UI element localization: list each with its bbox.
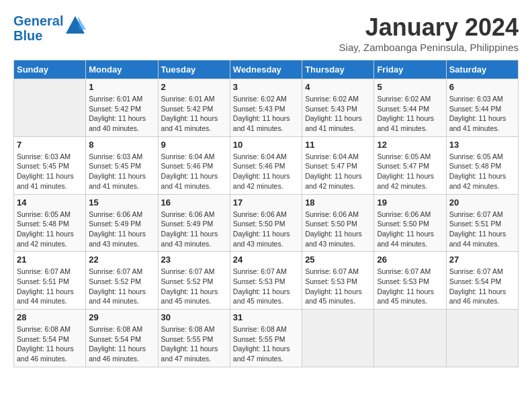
calendar-cell: 27Sunrise: 6:07 AM Sunset: 5:54 PM Dayli… (446, 252, 518, 310)
day-number: 27 (449, 255, 515, 265)
calendar-cell: 21Sunrise: 6:07 AM Sunset: 5:51 PM Dayli… (14, 252, 86, 310)
day-info: Sunrise: 6:08 AM Sunset: 5:54 PM Dayligh… (17, 324, 83, 364)
calendar-cell: 17Sunrise: 6:06 AM Sunset: 5:50 PM Dayli… (230, 194, 302, 252)
calendar-cell: 3Sunrise: 6:02 AM Sunset: 5:43 PM Daylig… (230, 79, 302, 137)
day-info: Sunrise: 6:08 AM Sunset: 5:55 PM Dayligh… (233, 324, 299, 364)
calendar-cell: 7Sunrise: 6:03 AM Sunset: 5:45 PM Daylig… (14, 136, 86, 194)
day-info: Sunrise: 6:03 AM Sunset: 5:45 PM Dayligh… (89, 152, 154, 191)
day-info: Sunrise: 6:07 AM Sunset: 5:53 PM Dayligh… (305, 267, 371, 306)
day-number: 26 (377, 255, 443, 265)
day-number: 4 (305, 82, 371, 92)
day-number: 9 (161, 140, 227, 150)
day-number: 21 (17, 255, 83, 265)
day-number: 28 (17, 312, 83, 322)
header-day-monday: Monday (86, 60, 158, 79)
day-info: Sunrise: 6:06 AM Sunset: 5:49 PM Dayligh… (161, 210, 227, 249)
month-title: January 2024 (339, 13, 519, 42)
header-day-wednesday: Wednesday (230, 60, 302, 79)
day-number: 22 (89, 255, 154, 265)
day-number: 15 (89, 197, 154, 208)
week-row-3: 14Sunrise: 6:05 AM Sunset: 5:48 PM Dayli… (14, 194, 519, 252)
day-number: 18 (305, 197, 371, 208)
day-number: 11 (305, 140, 371, 150)
day-info: Sunrise: 6:07 AM Sunset: 5:54 PM Dayligh… (449, 267, 515, 306)
location-subtitle: Siay, Zamboanga Peninsula, Philippines (339, 42, 519, 53)
calendar-table: SundayMondayTuesdayWednesdayThursdayFrid… (13, 60, 519, 367)
calendar-cell: 19Sunrise: 6:06 AM Sunset: 5:50 PM Dayli… (374, 194, 446, 252)
header-day-saturday: Saturday (446, 60, 518, 79)
day-info: Sunrise: 6:07 AM Sunset: 5:52 PM Dayligh… (89, 267, 154, 306)
day-number: 1 (89, 82, 154, 92)
calendar-cell: 31Sunrise: 6:08 AM Sunset: 5:55 PM Dayli… (230, 310, 302, 367)
calendar-cell: 13Sunrise: 6:05 AM Sunset: 5:48 PM Dayli… (446, 136, 518, 194)
page-header: General Blue January 2024 Siay, Zamboang… (13, 13, 519, 53)
day-info: Sunrise: 6:02 AM Sunset: 5:43 PM Dayligh… (305, 94, 371, 134)
calendar-cell: 25Sunrise: 6:07 AM Sunset: 5:53 PM Dayli… (302, 252, 374, 310)
day-number: 8 (89, 140, 154, 150)
calendar-cell: 20Sunrise: 6:07 AM Sunset: 5:51 PM Dayli… (446, 194, 518, 252)
day-info: Sunrise: 6:01 AM Sunset: 5:42 PM Dayligh… (89, 94, 154, 134)
day-number: 16 (161, 197, 227, 208)
week-row-1: 1Sunrise: 6:01 AM Sunset: 5:42 PM Daylig… (14, 79, 519, 137)
logo: General Blue (13, 13, 86, 43)
calendar-cell: 1Sunrise: 6:01 AM Sunset: 5:42 PM Daylig… (86, 79, 158, 137)
day-number: 2 (161, 82, 227, 92)
calendar-cell: 6Sunrise: 6:03 AM Sunset: 5:44 PM Daylig… (446, 79, 518, 137)
calendar-cell: 29Sunrise: 6:08 AM Sunset: 5:54 PM Dayli… (86, 310, 158, 367)
day-info: Sunrise: 6:04 AM Sunset: 5:46 PM Dayligh… (161, 152, 227, 191)
day-number: 24 (233, 255, 299, 265)
calendar-cell: 30Sunrise: 6:08 AM Sunset: 5:55 PM Dayli… (158, 310, 230, 367)
day-info: Sunrise: 6:06 AM Sunset: 5:50 PM Dayligh… (305, 210, 371, 249)
day-info: Sunrise: 6:06 AM Sunset: 5:50 PM Dayligh… (377, 210, 443, 249)
day-info: Sunrise: 6:02 AM Sunset: 5:44 PM Dayligh… (377, 94, 443, 134)
header-day-tuesday: Tuesday (158, 60, 230, 79)
week-row-5: 28Sunrise: 6:08 AM Sunset: 5:54 PM Dayli… (14, 310, 519, 367)
calendar-cell: 12Sunrise: 6:05 AM Sunset: 5:47 PM Dayli… (374, 136, 446, 194)
day-info: Sunrise: 6:04 AM Sunset: 5:47 PM Dayligh… (305, 152, 371, 191)
day-info: Sunrise: 6:08 AM Sunset: 5:54 PM Dayligh… (89, 324, 154, 364)
calendar-cell: 18Sunrise: 6:06 AM Sunset: 5:50 PM Dayli… (302, 194, 374, 252)
day-number: 3 (233, 82, 299, 92)
calendar-cell: 2Sunrise: 6:01 AM Sunset: 5:42 PM Daylig… (158, 79, 230, 137)
week-row-2: 7Sunrise: 6:03 AM Sunset: 5:45 PM Daylig… (14, 136, 519, 194)
day-info: Sunrise: 6:06 AM Sunset: 5:50 PM Dayligh… (233, 210, 299, 249)
day-info: Sunrise: 6:05 AM Sunset: 5:47 PM Dayligh… (377, 152, 443, 191)
calendar-cell (374, 310, 446, 367)
day-number: 12 (377, 140, 443, 150)
day-info: Sunrise: 6:07 AM Sunset: 5:53 PM Dayligh… (377, 267, 443, 306)
calendar-cell: 15Sunrise: 6:06 AM Sunset: 5:49 PM Dayli… (86, 194, 158, 252)
calendar-cell: 24Sunrise: 6:07 AM Sunset: 5:53 PM Dayli… (230, 252, 302, 310)
day-info: Sunrise: 6:07 AM Sunset: 5:51 PM Dayligh… (449, 210, 515, 249)
day-number: 14 (17, 197, 83, 208)
day-info: Sunrise: 6:01 AM Sunset: 5:42 PM Dayligh… (161, 94, 227, 134)
calendar-cell (302, 310, 374, 367)
day-info: Sunrise: 6:07 AM Sunset: 5:52 PM Dayligh… (161, 267, 227, 306)
day-number: 7 (17, 140, 83, 150)
calendar-cell: 9Sunrise: 6:04 AM Sunset: 5:46 PM Daylig… (158, 136, 230, 194)
calendar-cell (446, 310, 518, 367)
day-number: 31 (233, 312, 299, 322)
calendar-cell (14, 79, 86, 137)
logo-line1: General (13, 13, 63, 28)
calendar-cell: 4Sunrise: 6:02 AM Sunset: 5:43 PM Daylig… (302, 79, 374, 137)
day-info: Sunrise: 6:04 AM Sunset: 5:46 PM Dayligh… (233, 152, 299, 191)
day-info: Sunrise: 6:03 AM Sunset: 5:44 PM Dayligh… (449, 94, 515, 134)
day-info: Sunrise: 6:06 AM Sunset: 5:49 PM Dayligh… (89, 210, 154, 249)
calendar-cell: 22Sunrise: 6:07 AM Sunset: 5:52 PM Dayli… (86, 252, 158, 310)
day-number: 17 (233, 197, 299, 208)
day-info: Sunrise: 6:07 AM Sunset: 5:51 PM Dayligh… (17, 267, 83, 306)
day-number: 5 (377, 82, 443, 92)
header-row: SundayMondayTuesdayWednesdayThursdayFrid… (14, 60, 519, 79)
day-number: 13 (449, 140, 515, 150)
logo-line2: Blue (13, 28, 63, 43)
day-number: 25 (305, 255, 371, 265)
calendar-cell: 11Sunrise: 6:04 AM Sunset: 5:47 PM Dayli… (302, 136, 374, 194)
calendar-cell: 26Sunrise: 6:07 AM Sunset: 5:53 PM Dayli… (374, 252, 446, 310)
calendar-cell: 14Sunrise: 6:05 AM Sunset: 5:48 PM Dayli… (14, 194, 86, 252)
day-number: 6 (449, 82, 515, 92)
day-info: Sunrise: 6:05 AM Sunset: 5:48 PM Dayligh… (449, 152, 515, 191)
calendar-cell: 8Sunrise: 6:03 AM Sunset: 5:45 PM Daylig… (86, 136, 158, 194)
day-info: Sunrise: 6:05 AM Sunset: 5:48 PM Dayligh… (17, 210, 83, 249)
logo-icon (64, 15, 86, 36)
day-number: 20 (449, 197, 515, 208)
